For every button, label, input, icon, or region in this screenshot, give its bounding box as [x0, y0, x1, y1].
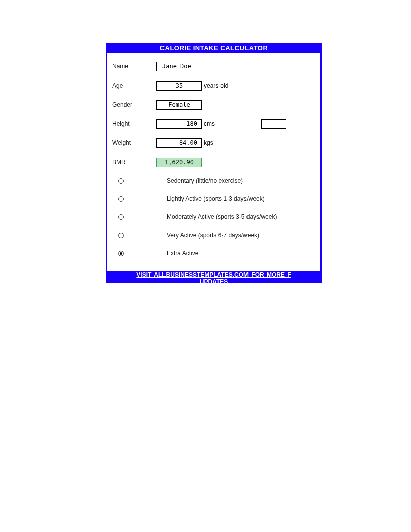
radio-label-extra: Extra Active: [167, 250, 198, 257]
age-row: Age 35 years-old: [112, 81, 315, 91]
age-label: Age: [112, 82, 156, 89]
age-input[interactable]: 35: [156, 81, 202, 91]
footer-line-1[interactable]: VISIT ALLBUSINESSTEMPLATES.COM FOR MORE …: [107, 271, 320, 278]
form-content: Name Jane Doe Age 35 years-old Gender Fe…: [107, 53, 320, 271]
bmr-value: 1,620.90: [165, 159, 194, 166]
bmr-row: BMR 1,620.90: [112, 157, 315, 167]
age-unit: years-old: [204, 82, 228, 89]
weight-value: 84.00: [179, 139, 197, 146]
gender-input[interactable]: Female: [156, 100, 202, 110]
weight-row: Weight 84.00 kgs: [112, 138, 315, 148]
height-unit: cms: [204, 120, 215, 127]
activity-row-lightly: Lightly Active (sports 1-3 days/week): [112, 194, 315, 203]
name-row: Name Jane Doe: [112, 61, 315, 71]
radio-very-active[interactable]: [118, 233, 124, 238]
radio-lightly-active[interactable]: [118, 196, 124, 202]
height-extra-input[interactable]: [261, 119, 286, 129]
name-value: Jane Doe: [162, 63, 191, 70]
height-row: Height 180 cms: [112, 119, 315, 129]
name-label: Name: [112, 63, 156, 70]
height-label: Height: [112, 120, 156, 127]
footer-bar: VISIT ALLBUSINESSTEMPLATES.COM FOR MORE …: [107, 271, 320, 283]
radio-label-sedentary: Sedentary (little/no exercise): [167, 177, 243, 184]
radio-label-lightly: Lightly Active (sports 1-3 days/week): [167, 195, 265, 202]
gender-value: Female: [168, 101, 190, 108]
height-input[interactable]: 180: [156, 119, 202, 129]
weight-input[interactable]: 84.00: [156, 138, 202, 148]
age-value: 35: [176, 82, 183, 89]
radio-label-moderately: Moderately Active (sports 3-5 days/week): [167, 213, 277, 220]
bmr-output: 1,620.90: [156, 158, 202, 167]
gender-label: Gender: [112, 101, 156, 108]
activity-row-moderately: Moderately Active (sports 3-5 days/week): [112, 212, 315, 221]
radio-sedentary[interactable]: [118, 178, 124, 184]
calculator-panel: CALORIE INTAKE CALCULATOR Name Jane Doe …: [106, 43, 322, 283]
activity-row-extra: Extra Active: [112, 249, 315, 258]
radio-moderately-active[interactable]: [118, 214, 124, 220]
height-value: 180: [186, 120, 197, 127]
footer-line-2[interactable]: UPDATES: [107, 278, 320, 283]
header-bar: CALORIE INTAKE CALCULATOR: [107, 43, 320, 53]
bmr-label: BMR: [112, 159, 156, 166]
name-input[interactable]: Jane Doe: [156, 62, 285, 71]
weight-label: Weight: [112, 139, 156, 146]
radio-extra-active[interactable]: [118, 251, 124, 256]
weight-unit: kgs: [204, 139, 213, 146]
activity-row-sedentary: Sedentary (little/no exercise): [112, 176, 315, 185]
activity-row-very: Very Active (sports 6-7 days/week): [112, 231, 315, 240]
header-title: CALORIE INTAKE CALCULATOR: [160, 44, 268, 52]
gender-row: Gender Female: [112, 100, 315, 110]
radio-label-very: Very Active (sports 6-7 days/week): [167, 232, 259, 239]
